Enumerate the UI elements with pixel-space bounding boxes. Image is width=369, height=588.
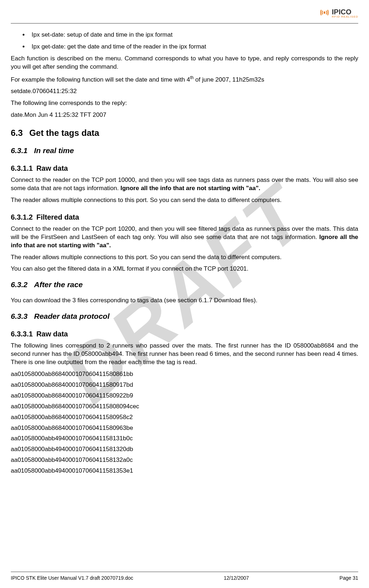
- data-row: aa01058000ab8684000107060411580861bb: [11, 370, 358, 378]
- logo-text: IPICO RFID REALISED: [332, 8, 358, 18]
- svg-rect-0: [323, 12, 325, 14]
- data-block: aa01058000ab8684000107060411580861bb aa0…: [11, 370, 358, 475]
- heading-6331: 6.3.3.1Raw data: [11, 329, 358, 339]
- rfid-icon: [319, 7, 330, 19]
- logo-name: IPICO: [332, 8, 358, 15]
- list-item: Ipx get-date: get the date and time of t…: [29, 43, 358, 51]
- paragraph: You can download the 3 files correspondi…: [11, 297, 358, 305]
- data-row: aa01058000ab8684000107060411580958c2: [11, 413, 358, 422]
- page-content: Ipx set-date: setup of date and time in …: [11, 31, 358, 475]
- data-row: aa01058000abb49400010706041158131b0c: [11, 435, 358, 443]
- data-row: aa01058000ab8684000107060411580963be: [11, 424, 358, 432]
- data-row: aa01058000abb494000107060411581353e1: [11, 467, 358, 475]
- paragraph: Connect to the reader on the TCP port 10…: [11, 225, 358, 250]
- footer-right: Page 31: [340, 575, 358, 581]
- page-header: IPICO RFID REALISED: [11, 7, 358, 24]
- heading-631: 6.3.1In real time: [11, 146, 358, 156]
- paragraph: For example the following function will …: [11, 75, 358, 84]
- data-row: aa01058000abb49400010706041158132a0c: [11, 456, 358, 464]
- heading-63: 6.3Get the tags data: [11, 127, 358, 139]
- paragraph: Each function is described on the menu. …: [11, 55, 358, 71]
- heading-6312: 6.3.1.2Filtered data: [11, 212, 358, 222]
- heading-633: 6.3.3Reader data protocol: [11, 311, 358, 321]
- code-line: date.Mon Jun 4 11:25:32 TFT 2007: [11, 111, 358, 119]
- page-footer: IPICO STK Elite User Manual V1.7 draft 2…: [11, 571, 358, 581]
- list-item: Ipx set-date: setup of date and time in …: [29, 31, 358, 39]
- logo-tagline: RFID REALISED: [332, 15, 358, 18]
- data-row: aa01058000ab8684000107060411580922b9: [11, 392, 358, 400]
- data-row: aa01058000ab8684000107060411580917bd: [11, 381, 358, 389]
- paragraph: The reader allows multiple connections t…: [11, 196, 358, 205]
- paragraph: The following line corresponds to the re…: [11, 99, 358, 107]
- paragraph: The reader allows multiple connections t…: [11, 253, 358, 262]
- heading-6311: 6.3.1.1Raw data: [11, 164, 358, 173]
- footer-center: 12/12/2007: [224, 575, 249, 581]
- heading-632: 6.3.2After the race: [11, 280, 358, 290]
- paragraph: The following lines correspond to 2 runn…: [11, 342, 358, 367]
- paragraph: Connect to the reader on the TCP port 10…: [11, 176, 358, 193]
- paragraph: You can also get the filtered data in a …: [11, 265, 358, 273]
- bullet-list: Ipx set-date: setup of date and time in …: [29, 31, 358, 51]
- logo: IPICO RFID REALISED: [319, 7, 358, 19]
- data-row: aa01058000ab86840001070604115808094cec: [11, 403, 358, 411]
- footer-left: IPICO STK Elite User Manual V1.7 draft 2…: [11, 575, 133, 581]
- code-line: setdate.07060411:25:32: [11, 87, 358, 96]
- data-row: aa01058000abb494000107060411581320db: [11, 445, 358, 454]
